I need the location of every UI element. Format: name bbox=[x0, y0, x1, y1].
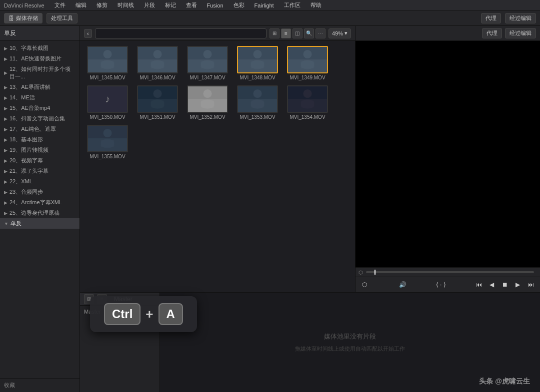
menu-file[interactable]: 文件 bbox=[52, 0, 68, 10]
thumbnail-grid: MVI_1345.MOV MVI_1346.MOV MVI_1347 bbox=[80, 41, 355, 292]
arrow-icon-5: ▶ bbox=[4, 106, 8, 111]
sidebar-header-label: 单反 bbox=[4, 29, 16, 37]
media-browser: ‹ ⊞ ≡ ◫ 🔍 ⋯ 49% ▾ bbox=[80, 26, 355, 292]
menu-timeline[interactable]: 时间线 bbox=[116, 0, 136, 10]
list-view-btn[interactable]: ≡ bbox=[281, 28, 291, 38]
thumb-img-8 bbox=[237, 85, 278, 113]
menu-fairlight[interactable]: Fairlight bbox=[252, 1, 276, 9]
sidebar-item-7[interactable]: ▶17、AE纯色、遮罩 bbox=[0, 124, 80, 134]
scrub-bar[interactable] bbox=[366, 271, 534, 273]
sidebar-item-4[interactable]: ▶14、ME活 bbox=[0, 92, 80, 103]
arrow-icon-3: ▶ bbox=[4, 85, 8, 90]
svg-rect-24 bbox=[301, 61, 314, 68]
sidebar-label-9: 19、图片转视频 bbox=[10, 146, 48, 154]
menu-edit[interactable]: 编辑 bbox=[74, 0, 88, 10]
thumb-item-3[interactable]: MVI_1348.MOV bbox=[235, 46, 280, 80]
thumb-label-10: MVI_1355.MOV bbox=[85, 154, 130, 159]
play-btn[interactable]: ▶ bbox=[513, 280, 523, 290]
thumb-item-0[interactable]: MVI_1345.MOV bbox=[85, 46, 130, 80]
menu-help[interactable]: 帮助 bbox=[308, 0, 324, 10]
more-btn[interactable]: ⋯ bbox=[316, 28, 326, 38]
thumb-item-5[interactable]: ♪MVI_1350.MOV bbox=[85, 85, 130, 120]
search-btn[interactable]: 🔍 bbox=[304, 28, 314, 38]
empty-msg-text: 媒体池里没有片段 bbox=[324, 332, 376, 341]
prev-frame-btn[interactable]: ◀ bbox=[487, 280, 497, 290]
zoom-level: 49% bbox=[332, 30, 343, 36]
sidebar-item-15[interactable]: ▶25、边导身代理原稿 bbox=[0, 208, 80, 218]
zoom-control[interactable]: 49% ▾ bbox=[328, 28, 351, 38]
thumb-item-4[interactable]: MVI_1349.MOV bbox=[285, 46, 330, 80]
proxy-btn[interactable]: 代理 bbox=[481, 13, 501, 23]
edit-mode-btn[interactable]: 经过编辑 bbox=[505, 13, 536, 23]
sidebar-item-1[interactable]: ▶11、AE快速替换图片 bbox=[0, 53, 80, 64]
thumb-item-8[interactable]: MVI_1353.MOV bbox=[235, 85, 280, 120]
svg-point-42 bbox=[303, 89, 312, 98]
sidebar-item-0[interactable]: ▶10、字幕长截图 bbox=[0, 43, 80, 53]
volume-icon[interactable]: 🔊 bbox=[398, 280, 408, 290]
sidebar-item-10[interactable]: ▶20、视频字幕 bbox=[0, 155, 80, 166]
location-bar[interactable] bbox=[95, 28, 266, 38]
menu-clip[interactable]: 片段 bbox=[142, 0, 157, 10]
ctrl-key-badge: Ctrl bbox=[104, 303, 140, 325]
sidebar: 单反 ▶10、字幕长截图▶11、AE快速替换图片▶12、如何同时打开多个项目一.… bbox=[0, 26, 80, 392]
music-thumb-5: ♪ bbox=[88, 86, 127, 112]
edit-toggle[interactable]: 经过编辑 bbox=[505, 28, 536, 38]
sidebar-item-12[interactable]: ▶22、XML bbox=[0, 176, 80, 187]
sidebar-label-16: 单反 bbox=[10, 220, 22, 227]
sidebar-item-8[interactable]: ▶18、基本图形 bbox=[0, 134, 80, 145]
svg-rect-39 bbox=[251, 100, 264, 108]
menu-color[interactable]: 色彩 bbox=[232, 0, 246, 10]
go-start-btn[interactable]: ⏮ bbox=[474, 280, 484, 290]
sidebar-item-3[interactable]: ▶13、AE界面讲解 bbox=[0, 82, 80, 92]
sidebar-label-11: 21、添了头字幕 bbox=[10, 167, 48, 175]
sidebar-item-16[interactable]: ▼单反 bbox=[0, 218, 80, 229]
output-icon[interactable]: ⬡ bbox=[360, 280, 370, 290]
preview-top-bar: 代理 经过编辑 bbox=[356, 26, 540, 41]
watermark: 头条 @虎啸云生 bbox=[479, 377, 530, 386]
sidebar-item-11[interactable]: ▶21、添了头字幕 bbox=[0, 166, 80, 176]
menu-view[interactable]: 查看 bbox=[184, 0, 199, 10]
svg-point-27 bbox=[153, 89, 162, 98]
sidebar-item-9[interactable]: ▶19、图片转视频 bbox=[0, 145, 80, 155]
menu-fusion[interactable]: Fusion bbox=[205, 1, 226, 9]
jkl-icon[interactable]: ⟨ · ⟩ bbox=[436, 280, 446, 290]
sidebar-label-5: 15、AE音染mp4 bbox=[10, 104, 50, 112]
sidebar-item-5[interactable]: ▶15、AE音染mp4 bbox=[0, 103, 80, 113]
svg-point-22 bbox=[303, 50, 312, 58]
sidebar-item-13[interactable]: ▶23、音频同步 bbox=[0, 187, 80, 197]
sidebar-item-14[interactable]: ▶24、Arctime字幕XML bbox=[0, 197, 80, 208]
app-logo: DaVinci Resolve bbox=[4, 2, 44, 8]
menu-bar: DaVinci Resolve 文件 编辑 修剪 时间线 片段 标记 查看 Fu… bbox=[0, 0, 540, 11]
proxy-toggle[interactable]: 代理 bbox=[482, 28, 502, 38]
thumb-label-3: MVI_1348.MOV bbox=[235, 75, 280, 80]
sidebar-item-2[interactable]: ▶12、如何同时打开多个项目一... bbox=[0, 64, 80, 82]
thumb-label-7: MVI_1352.MOV bbox=[185, 114, 230, 120]
back-btn[interactable]: ‹ bbox=[84, 29, 92, 38]
thumb-item-6[interactable]: MVI_1351.MOV bbox=[135, 85, 180, 120]
sidebar-label-4: 14、ME活 bbox=[10, 94, 35, 101]
metadata-view-btn[interactable]: ◫ bbox=[292, 28, 302, 38]
svg-point-12 bbox=[203, 50, 212, 58]
clip-tool-btn[interactable]: 处理工具 bbox=[46, 13, 78, 23]
transport-controls: ⏮ ◀ ⏹ ▶ ⏭ bbox=[474, 280, 536, 290]
thumb-img-9 bbox=[287, 85, 328, 113]
sidebar-content: ▶10、字幕长截图▶11、AE快速替换图片▶12、如何同时打开多个项目一...▶… bbox=[0, 41, 80, 378]
preview-timeline-bar: ⬡ bbox=[356, 267, 540, 277]
arrow-icon-2: ▶ bbox=[4, 70, 8, 75]
thumb-item-10[interactable]: MVI_1355.MOV bbox=[85, 125, 130, 159]
menu-mark[interactable]: 标记 bbox=[163, 0, 178, 10]
svg-point-7 bbox=[153, 50, 162, 58]
thumb-item-7[interactable]: MVI_1352.MOV bbox=[185, 85, 230, 120]
menu-trim[interactable]: 修剪 bbox=[94, 0, 110, 10]
thumb-item-9[interactable]: MVI_1354.MOV bbox=[285, 85, 330, 120]
arrow-icon-9: ▶ bbox=[4, 148, 8, 153]
grid-view-btn[interactable]: ⊞ bbox=[270, 28, 280, 38]
media-storage-btn[interactable]: 🗄 媒体存储 bbox=[4, 13, 42, 23]
stop-btn[interactable]: ⏹ bbox=[500, 280, 510, 290]
thumb-item-1[interactable]: MVI_1346.MOV bbox=[135, 46, 180, 80]
audio-controls: 🔊 bbox=[398, 280, 408, 290]
go-end-btn[interactable]: ⏭ bbox=[526, 280, 536, 290]
sidebar-item-6[interactable]: ▶16、抖音文字动画合集 bbox=[0, 113, 80, 124]
menu-workspace[interactable]: 工作区 bbox=[282, 0, 302, 10]
thumb-item-2[interactable]: MVI_1347.MOV bbox=[185, 46, 230, 80]
